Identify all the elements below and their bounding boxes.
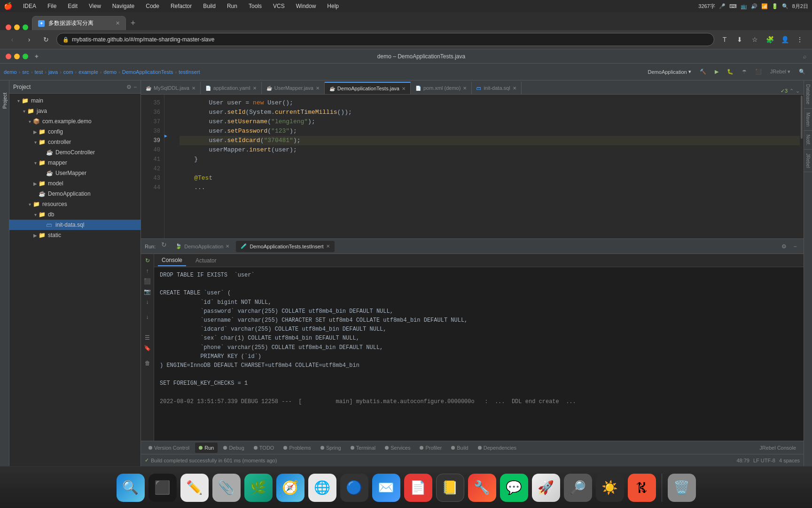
breadcrumb-java[interactable]: java (48, 69, 58, 75)
console-content[interactable]: DROP TABLE IF EXISTS `user` CREATE TABLE… (154, 267, 804, 441)
tab-debug[interactable]: Debug (219, 443, 248, 453)
tab-jrebel-console[interactable]: JRebel Console (756, 443, 800, 453)
right-tab-notifications[interactable]: Notif. (804, 131, 812, 150)
dock-clip[interactable]: 📎 (212, 474, 241, 502)
dock-finder[interactable]: 🔍 (117, 474, 145, 502)
dock-chrome[interactable]: 🌐 (308, 474, 336, 502)
tab-services[interactable]: Services (381, 443, 414, 453)
console-tab-testinsert[interactable]: 🧪 DemoApplicationTests.testInsert ✕ (236, 241, 334, 252)
tab-initdata-close[interactable]: ✕ (513, 86, 516, 91)
menu-edit[interactable]: Edit (65, 2, 80, 10)
tab-profiler[interactable]: Profiler (416, 443, 445, 453)
console-stop-btn[interactable]: ⬛ (143, 277, 152, 286)
console-tab-testinsert-close[interactable]: ✕ (326, 244, 330, 249)
profile-button[interactable]: 👤 (778, 33, 791, 46)
checkmark-icon[interactable]: ✓3 (781, 88, 788, 94)
tree-item-usermapper[interactable]: ☕ UserMapper (9, 168, 141, 178)
console-list-btn[interactable]: ☰ (143, 333, 152, 342)
console-tab-demoapplication[interactable]: 🍃 DemoApplication ✕ (171, 241, 234, 252)
tab-yaml-close[interactable]: ✕ (253, 86, 257, 91)
breadcrumb-demo2[interactable]: demo (104, 69, 117, 75)
console-camera-btn[interactable]: 📷 (143, 287, 152, 296)
console-tab-demoapplication-close[interactable]: ✕ (226, 244, 229, 249)
menu-file[interactable]: File (45, 2, 59, 10)
more-button[interactable]: ⋮ (793, 33, 806, 46)
tab-pomxml[interactable]: 📄 pom.xml (demo) ✕ (411, 82, 472, 94)
right-tab-jrebel[interactable]: JRebel (804, 150, 812, 172)
tree-item-java[interactable]: ▾ 📁 java (9, 106, 141, 116)
dock-terminal[interactable]: ⬛ (148, 474, 177, 502)
tab-terminal[interactable]: Terminal (347, 443, 380, 453)
jrebel-btn[interactable]: JRebel ▾ (767, 66, 793, 78)
tab-problems[interactable]: Problems (280, 443, 314, 453)
find-btn[interactable]: 🔍 (796, 66, 808, 78)
dock-search-app[interactable]: 🔎 (564, 474, 592, 502)
menu-tools[interactable]: Tools (246, 2, 265, 10)
breadcrumb-com[interactable]: com (63, 69, 73, 75)
run-config-btn[interactable]: DemoApplication ▾ (645, 66, 694, 78)
tab-build[interactable]: Build (447, 443, 472, 453)
tab-spring[interactable]: Spring (317, 443, 345, 453)
menu-idea[interactable]: IDEA (20, 2, 39, 10)
console-down2-btn[interactable]: ↓ (143, 312, 152, 322)
address-bar[interactable]: 🔒 mybatis-mate.github.io/#/mp/mate-shard… (56, 33, 714, 46)
tree-item-mapper[interactable]: ▾ 📁 mapper (9, 158, 141, 168)
refresh-button[interactable]: ↻ (39, 33, 53, 46)
browser-tab-close[interactable]: ✕ (116, 20, 120, 26)
dock-eclipse[interactable]: ☀️ (596, 474, 624, 502)
dock-safari[interactable]: 🧭 (276, 474, 304, 502)
console-close-btn[interactable]: − (790, 242, 800, 251)
console-settings-btn[interactable]: ⚙ (779, 242, 789, 251)
tab-mysqlddl[interactable]: ☕ MySqlDDL.java ✕ (141, 82, 201, 94)
menu-run[interactable]: Run (224, 2, 240, 10)
run-btn[interactable]: ▶ (712, 66, 721, 78)
console-down-btn[interactable]: ↓ (143, 297, 152, 307)
apple-menu[interactable]: 🍎 (4, 2, 13, 10)
menu-navigate[interactable]: Navigate (109, 2, 137, 10)
tab-demoapptests[interactable]: ☕ DemoApplicationTests.java ✕ (325, 82, 411, 94)
status-encoding[interactable]: LF UTF-8 (753, 458, 775, 463)
breadcrumb-example[interactable]: example (78, 69, 98, 75)
menu-help[interactable]: Help (324, 2, 342, 10)
dock-sourcetree[interactable]: 🌿 (244, 474, 273, 502)
project-settings-icon[interactable]: ⚙ (126, 84, 132, 90)
code-content[interactable]: User user = new User(); user.setId(Syste… (174, 95, 800, 238)
dock-wps[interactable]: 📄 (404, 474, 432, 502)
back-button[interactable]: ‹ (6, 33, 19, 46)
tab-initdata[interactable]: 🗃 init-data.sql ✕ (472, 82, 521, 94)
tab-expand-icon[interactable]: ⌃ (789, 88, 794, 94)
status-indent[interactable]: 4 spaces (779, 458, 800, 463)
debug-btn[interactable]: 🐛 (724, 66, 736, 78)
dock-notes[interactable]: 📒 (436, 474, 464, 502)
new-tab-button[interactable]: + (126, 16, 140, 30)
stop-btn[interactable]: ⬛ (752, 66, 765, 78)
forward-button[interactable]: › (23, 33, 36, 46)
menu-view[interactable]: View (86, 2, 104, 10)
editor-scrollbar[interactable] (800, 95, 804, 238)
breadcrumb-test[interactable]: test (35, 69, 43, 75)
window-close[interactable] (6, 54, 11, 59)
tab-usermapper[interactable]: ☕ UserMapper.java ✕ (262, 82, 325, 94)
tree-item-db[interactable]: ▾ 📁 db (9, 209, 141, 220)
window-minimize[interactable] (14, 54, 20, 59)
right-tab-maven[interactable]: Maven (804, 109, 812, 131)
coverage-btn[interactable]: ☂ (739, 66, 750, 78)
tab-mysqlddl-close[interactable]: ✕ (192, 86, 195, 91)
tree-item-democontroller[interactable]: ☕ DemoController (9, 147, 141, 158)
tab-demoapptests-close[interactable]: ✕ (402, 86, 406, 91)
breadcrumb-class[interactable]: DemoApplicationTests (122, 69, 173, 75)
breadcrumb-demo[interactable]: demo (4, 69, 17, 75)
tree-item-demoapplication[interactable]: ☕ DemoApplication (9, 189, 141, 199)
dock-intellij[interactable]: 🔧 (468, 474, 496, 502)
translate-button[interactable]: T (718, 33, 731, 46)
menu-code[interactable]: Code (143, 2, 162, 10)
tab-pom-close[interactable]: ✕ (463, 86, 467, 91)
search-icon-title[interactable]: ⌕ (803, 53, 806, 60)
console-rerun-btn[interactable]: ↻ (143, 256, 152, 265)
tree-item-sql[interactable]: 🗃 init-data.sql (9, 220, 141, 230)
bookmark-button[interactable]: ☆ (748, 33, 761, 46)
console-up-btn[interactable]: ↑ (143, 266, 152, 276)
dock-mail[interactable]: ✉️ (372, 474, 400, 502)
tree-item-static[interactable]: ▶ 📁 static (9, 230, 141, 240)
tree-item-model[interactable]: ▶ 📁 model (9, 178, 141, 189)
